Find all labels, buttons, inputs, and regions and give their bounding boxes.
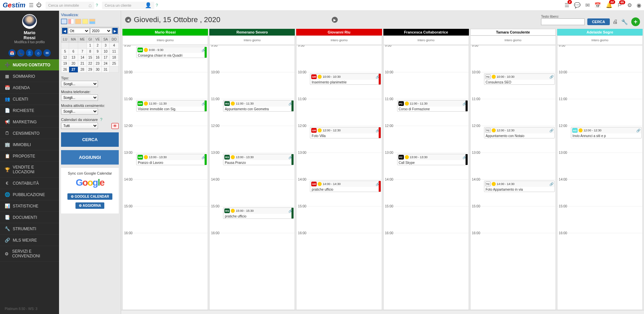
nav-sommario[interactable]: ▦SOMMARIO: [0, 71, 59, 82]
google-calendar-button[interactable]: ⚙ GOOGLE CALENDAR: [67, 193, 113, 200]
help-icon[interactable]: ?: [100, 117, 103, 122]
nav-immobili[interactable]: 🏢IMMOBILI: [0, 139, 59, 150]
minical-day[interactable]: 9: [94, 49, 102, 55]
minical-day[interactable]: 28: [78, 67, 87, 73]
view-week-icon[interactable]: [68, 19, 74, 24]
minical[interactable]: LUMAMEGIVESADO 1234567891011121314151617…: [61, 36, 119, 73]
gear-icon[interactable]: ⚙: [627, 2, 632, 8]
help-icon[interactable]: ?: [96, 3, 98, 8]
censimento-select[interactable]: Scegli...: [61, 108, 98, 115]
allday-cell[interactable]: Intero giorno: [296, 36, 382, 45]
nav-pubblicazione[interactable]: 🌐PUBBLICAZIONE: [0, 189, 59, 200]
event[interactable]: GR10:00 - 10:30🔗Inserimento planimetrie: [310, 73, 381, 85]
minical-day[interactable]: 10: [102, 49, 110, 55]
search-property-input[interactable]: [48, 3, 89, 7]
year-select[interactable]: 2020: [90, 28, 112, 34]
minical-day[interactable]: 1: [87, 43, 94, 49]
chat-icon[interactable]: 💬: [574, 2, 581, 8]
telefonate-select[interactable]: Scegli...: [61, 95, 98, 101]
event[interactable]: AS12:00 - 12:30🔗Invio Annunci a siti e p: [571, 127, 642, 138]
add-event-button[interactable]: +: [631, 17, 640, 26]
month-select[interactable]: Ott: [68, 28, 90, 34]
column-header[interactable]: Giovanni Riu: [296, 29, 382, 36]
minical-day[interactable]: 19: [61, 61, 69, 67]
event[interactable]: FC11:00 - 11:30🔗Corso di Formazione: [397, 100, 468, 112]
event[interactable]: RS15:00 - 15:30🔗pratiche ufficio: [223, 207, 294, 219]
nav-documenti[interactable]: 📑DOCUMENTI: [0, 212, 59, 223]
nav-vendite-e-locazioni[interactable]: 🏆VENDITE E LOCAZIONI: [0, 162, 59, 178]
allday-cell[interactable]: Intero giorno: [209, 36, 295, 45]
prev-day-button[interactable]: ◀: [125, 17, 131, 23]
nav-mls-wexre[interactable]: 🔗MLS WEXRE: [0, 235, 59, 246]
qi-user-icon[interactable]: 👤: [26, 49, 33, 57]
next-day-button[interactable]: ▶: [332, 17, 338, 23]
view-day-icon[interactable]: [61, 19, 67, 24]
event[interactable]: MR13:00 - 13:30🔗Pranzo di Lavoro: [136, 154, 207, 165]
event[interactable]: MR9:00 - 9:30🔗Consegna chiavi in via Qua…: [136, 47, 207, 58]
event[interactable]: TC10:00 - 10:30🔗Consulenza SEO: [484, 73, 555, 85]
minical-day[interactable]: 31: [102, 67, 110, 73]
minical-day[interactable]: 15: [87, 55, 94, 61]
prev-month-button[interactable]: ◀: [62, 28, 67, 34]
minical-day[interactable]: 21: [78, 61, 87, 67]
minical-day[interactable]: 14: [78, 55, 87, 61]
time-body[interactable]: 9:0010:0011:0012:0013:0014:0015:0016:00A…: [557, 45, 643, 310]
nav-richieste[interactable]: 📄RICHIESTE: [0, 105, 59, 116]
power-icon[interactable]: ⏻: [36, 2, 42, 8]
minical-day[interactable]: 16: [94, 55, 102, 61]
nav-censimento[interactable]: 🗒CENSIMENTO: [0, 128, 59, 139]
minical-day[interactable]: 5: [61, 49, 69, 55]
minical-day[interactable]: 3: [102, 43, 110, 49]
event[interactable]: TC12:00 - 12:30🔗Appuntamento con Notaio: [484, 127, 555, 138]
nav-new-contact[interactable]: ➕ NUOVO CONTATTO: [0, 59, 59, 71]
minical-day[interactable]: 8: [87, 49, 94, 55]
event[interactable]: RS11:00 - 11:30🔗Appuntamento con Geometr…: [223, 100, 294, 112]
visionare-select[interactable]: Tutti: [61, 123, 98, 129]
qi-phone-icon[interactable]: 📞: [17, 49, 24, 57]
view-month-icon[interactable]: [82, 19, 88, 24]
nav-proposte[interactable]: 📋PROPOSTE: [0, 150, 59, 162]
view-list-icon[interactable]: [89, 19, 95, 24]
wrench-icon[interactable]: 🔧: [621, 19, 628, 25]
nav-statistiche[interactable]: 📊STATISTICHE: [0, 200, 59, 212]
minical-day[interactable]: 11: [110, 49, 119, 55]
nav-agenda[interactable]: 📅AGENDA: [0, 82, 59, 93]
search-client-input[interactable]: [105, 3, 145, 7]
profile[interactable]: Mario Rossi Modifica il tuo profilo: [0, 11, 59, 47]
allday-cell[interactable]: Intero giorno: [383, 36, 469, 45]
header-cerca-button[interactable]: CERCA: [587, 18, 610, 25]
view-workweek-icon[interactable]: [75, 19, 81, 24]
qi-calendar-icon[interactable]: 📅: [8, 49, 16, 57]
free-text-input[interactable]: [541, 18, 585, 25]
nav-clienti[interactable]: 👥CLIENTI: [0, 93, 59, 105]
time-body[interactable]: 9:0010:0011:0012:0013:0014:0015:0016:00M…: [122, 45, 208, 310]
aggiorna-button[interactable]: ⚙ AGGIORNA: [75, 202, 104, 209]
help-icon-2[interactable]: ?: [156, 3, 158, 8]
calendar-icon[interactable]: 📅: [594, 2, 601, 8]
minical-day[interactable]: 13: [69, 55, 78, 61]
column-header[interactable]: Mario Rossi: [122, 29, 208, 36]
minical-day[interactable]: 24: [102, 61, 110, 67]
minical-day[interactable]: 2: [94, 43, 102, 49]
scrollbar[interactable]: [121, 310, 644, 314]
tipo-select[interactable]: Scegli...: [61, 81, 98, 87]
minical-day[interactable]: 23: [94, 61, 102, 67]
minical-day[interactable]: 17: [102, 55, 110, 61]
minical-day[interactable]: 22: [87, 61, 94, 67]
minical-day[interactable]: 12: [61, 55, 69, 61]
event[interactable]: MR11:00 - 11:30🔗Visione immobile con Sig…: [136, 100, 207, 112]
minical-day[interactable]: 30: [94, 67, 102, 73]
nav-contabilità[interactable]: €CONTABILITÀ: [0, 178, 59, 189]
nav-marketing[interactable]: 📢MARKETING: [0, 116, 59, 128]
column-header[interactable]: Francesca Collaboratrice: [383, 29, 469, 36]
allday-cell[interactable]: Intero giorno: [122, 36, 208, 45]
time-body[interactable]: 9:0010:0011:0012:0013:0014:0015:0016:00F…: [383, 45, 469, 310]
next-month-button[interactable]: ▶: [112, 28, 118, 34]
qi-home-icon[interactable]: ⌂: [35, 49, 42, 57]
minical-day[interactable]: 7: [78, 49, 87, 55]
support-icon[interactable]: ◉: [637, 2, 641, 8]
event[interactable]: GR14:00 - 14:30🔗pratiche ufficio: [310, 181, 381, 192]
minical-day[interactable]: 25: [110, 61, 119, 67]
column-header[interactable]: Remerano Severo: [209, 29, 295, 36]
search-property[interactable]: ⌂: [46, 2, 95, 9]
